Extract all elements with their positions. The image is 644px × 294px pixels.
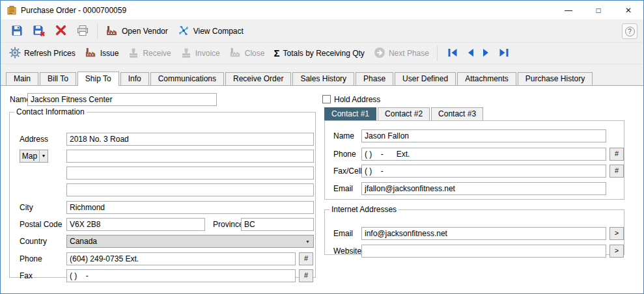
internet-email-label: Email — [333, 227, 353, 240]
internet-email-open-button[interactable]: > — [609, 227, 624, 240]
close-window-button[interactable]: ✕ — [613, 1, 643, 20]
address-input-3[interactable] — [66, 167, 314, 180]
save-close-icon — [33, 24, 46, 39]
factory-icon — [85, 46, 97, 60]
window-controls: — □ ✕ — [553, 1, 643, 20]
postal-code-label: Postal Code — [20, 218, 62, 231]
tab-communications[interactable]: Communications — [150, 72, 224, 85]
address-input-2[interactable] — [66, 150, 314, 163]
postal-code-input[interactable] — [66, 218, 205, 231]
province-input[interactable] — [241, 218, 314, 231]
phone-lookup-button[interactable]: # — [299, 252, 313, 265]
nav-first-button[interactable] — [446, 47, 460, 60]
maximize-button[interactable]: □ — [583, 1, 613, 20]
map-button-label: Map — [20, 150, 39, 162]
nav-prev-button[interactable] — [464, 47, 476, 60]
tab-ship-to[interactable]: Ship To — [77, 72, 119, 86]
delete-button[interactable] — [50, 22, 72, 40]
tab-receive-order[interactable]: Receive Order — [225, 72, 291, 85]
close-button[interactable]: Close — [225, 44, 270, 62]
phone-input[interactable] — [66, 252, 296, 265]
invoice-button[interactable]: Invoice — [176, 45, 225, 62]
tab-purchase-history[interactable]: Purchase History — [518, 72, 593, 85]
contact-tab-2[interactable]: Contact #2 — [378, 107, 430, 120]
printer-icon — [76, 24, 89, 39]
address-input-1[interactable] — [66, 133, 314, 146]
country-combobox[interactable]: Canada ▼ — [66, 235, 314, 248]
nav-last-button[interactable] — [497, 47, 511, 60]
province-label: Province — [213, 218, 244, 231]
contact-email-input[interactable] — [361, 182, 606, 195]
city-input[interactable] — [66, 201, 314, 214]
first-record-icon — [447, 48, 458, 59]
minimize-button[interactable]: — — [553, 1, 583, 20]
fax-label: Fax — [20, 269, 33, 282]
tab-user-defined[interactable]: User Defined — [395, 72, 456, 85]
contact-email-label: Email — [333, 182, 353, 195]
help-button[interactable]: ? — [622, 23, 637, 39]
window-title: Purchase Order - 0000700059 — [21, 6, 126, 15]
refresh-prices-button[interactable]: Refresh Prices — [5, 45, 80, 62]
tab-bill-to[interactable]: Bill To — [40, 72, 76, 85]
tab-main[interactable]: Main — [6, 72, 38, 85]
open-vendor-button[interactable]: Open Vendor — [101, 22, 173, 41]
hold-address-label: Hold Address — [334, 93, 380, 106]
totals-label: Totals by Receiving Qty — [283, 49, 364, 58]
toolbar-separator — [437, 46, 438, 61]
next-phase-button[interactable]: Next Phase — [369, 45, 434, 62]
contact-tab-3[interactable]: Contact #3 — [431, 107, 483, 120]
name-input[interactable] — [27, 93, 217, 106]
purchase-order-icon — [7, 5, 17, 16]
refresh-prices-label: Refresh Prices — [24, 49, 76, 58]
website-input[interactable] — [361, 245, 606, 258]
contact-phone-input[interactable] — [361, 148, 606, 161]
phone-label: Phone — [20, 252, 42, 265]
tab-info[interactable]: Info — [120, 72, 149, 85]
save-close-button[interactable] — [28, 22, 50, 41]
factory-icon — [105, 24, 119, 39]
map-dropdown-arrow-icon[interactable]: ▼ — [39, 150, 48, 162]
hold-address-checkbox[interactable] — [322, 95, 331, 103]
print-button[interactable] — [72, 22, 94, 41]
address-input-4[interactable] — [66, 183, 314, 196]
contact-phone-label: Phone — [333, 148, 356, 161]
view-compact-label: View Compact — [193, 27, 244, 36]
help-icon: ? — [625, 27, 635, 36]
tab-phase[interactable]: Phase — [356, 72, 393, 85]
internet-email-input[interactable] — [361, 227, 606, 240]
purchase-order-window: Purchase Order - 0000700059 — □ ✕ Open V… — [0, 0, 644, 294]
close-label: Close — [245, 49, 265, 58]
fax-input[interactable] — [66, 269, 296, 282]
file-toolbar: Open Vendor View Compact ? — [1, 20, 643, 43]
receive-button[interactable]: Receive — [123, 45, 175, 62]
invoice-label: Invoice — [195, 49, 220, 58]
contact-phone-lookup-button[interactable]: # — [609, 148, 624, 161]
save-button[interactable] — [6, 22, 28, 41]
factory-icon — [229, 46, 242, 60]
view-compact-icon — [177, 24, 190, 39]
totals-by-receiving-qty-button[interactable]: Σ Totals by Receiving Qty — [269, 46, 369, 60]
view-compact-button[interactable]: View Compact — [173, 22, 248, 41]
contact-information-legend: Contact Information — [14, 107, 87, 116]
contact-faxcell-input[interactable] — [361, 165, 606, 178]
record-navigation — [446, 47, 511, 60]
contact-faxcell-lookup-button[interactable]: # — [609, 165, 624, 178]
fax-lookup-button[interactable]: # — [299, 269, 313, 282]
tab-attachments[interactable]: Attachments — [457, 72, 516, 85]
next-phase-icon — [374, 47, 385, 60]
save-icon — [10, 24, 23, 39]
tab-sales-history[interactable]: Sales History — [292, 72, 354, 85]
next-record-icon — [482, 48, 491, 59]
map-split-button[interactable]: Map ▼ — [20, 150, 48, 163]
nav-next-button[interactable] — [481, 47, 492, 60]
receive-label: Receive — [143, 49, 171, 58]
contact-information-group: Contact Information Address Map ▼ City P… — [9, 107, 316, 278]
website-open-button[interactable]: > — [609, 245, 624, 258]
contact-name-input[interactable] — [361, 129, 606, 142]
issue-button[interactable]: Issue — [80, 44, 124, 62]
stamp-icon — [180, 47, 192, 60]
contact-tab-1[interactable]: Contact #1 — [324, 107, 376, 120]
gear-icon — [9, 47, 21, 60]
toolbar-separator — [97, 23, 98, 39]
next-phase-label: Next Phase — [389, 49, 429, 58]
